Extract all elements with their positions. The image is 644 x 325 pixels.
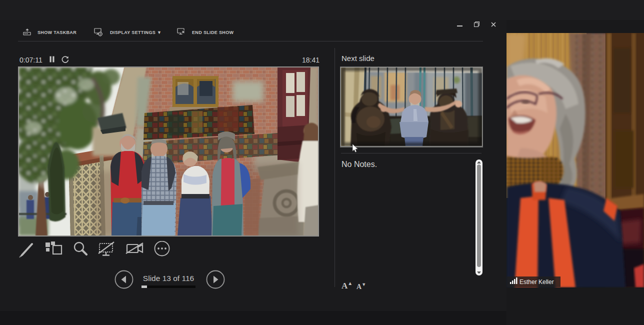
- svg-text:Esther Keller: Esther Keller: [520, 278, 554, 286]
